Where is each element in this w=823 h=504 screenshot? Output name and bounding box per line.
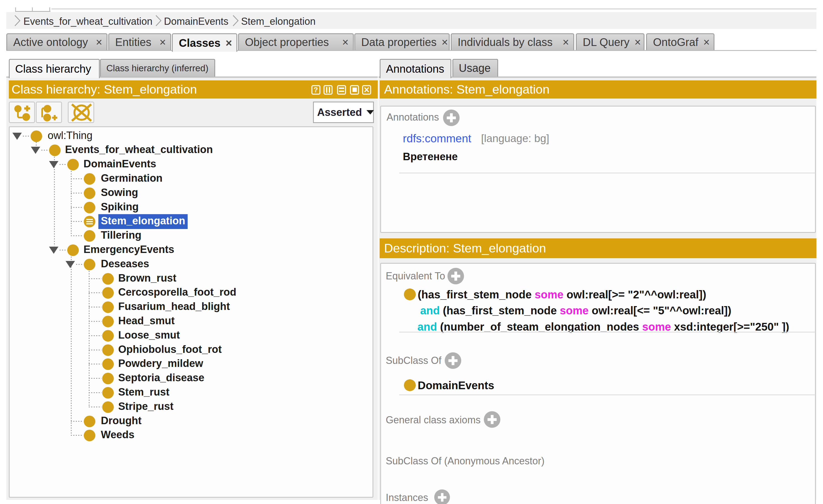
svg-text:?: ? [314, 85, 318, 94]
